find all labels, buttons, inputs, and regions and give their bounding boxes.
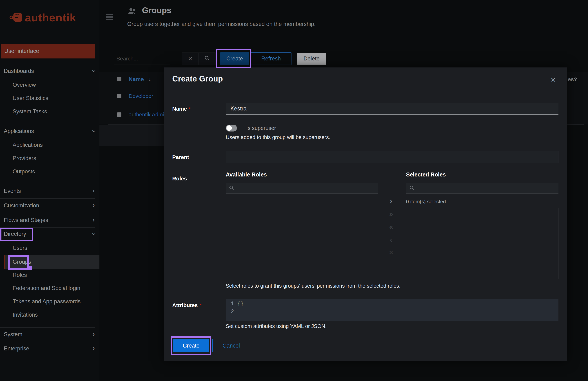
modal-cancel-button[interactable]: Cancel bbox=[212, 339, 250, 352]
transfer-remove-all-icon[interactable]: « bbox=[386, 222, 397, 232]
is-superuser-toggle[interactable] bbox=[226, 125, 237, 132]
toggle-knob bbox=[227, 125, 232, 131]
sidebar-item-users[interactable]: Users bbox=[0, 241, 99, 255]
name-input[interactable]: Kestra bbox=[226, 103, 558, 114]
brand-logo: authentik bbox=[9, 10, 76, 24]
select-all-checkbox[interactable] bbox=[117, 77, 121, 81]
sidebar-item-user-statistics[interactable]: User Statistics bbox=[0, 92, 99, 105]
app-root: authentik User interface Dashboards › Ov… bbox=[0, 0, 588, 381]
editor-code-content: {} bbox=[237, 301, 244, 307]
group-link-developer[interactable]: Developer bbox=[129, 93, 153, 99]
hamburger-menu-icon[interactable] bbox=[106, 14, 113, 15]
chevron-down-icon: › bbox=[87, 233, 100, 235]
annotation-tab-groups bbox=[27, 267, 32, 270]
sidebar-divider bbox=[0, 198, 95, 199]
hamburger-menu-icon[interactable] bbox=[106, 16, 113, 18]
roles-help-text: Select roles to grant this groups' users… bbox=[226, 283, 400, 289]
transfer-remove-icon[interactable]: ‹ bbox=[386, 235, 397, 245]
sidebar-item-enterprise[interactable]: Enterprise › bbox=[0, 342, 99, 355]
sidebar-item-overview[interactable]: Overview bbox=[0, 78, 99, 92]
search-button[interactable] bbox=[199, 53, 215, 65]
name-field-label: Name* bbox=[172, 103, 190, 114]
user-interface-banner-label: User interface bbox=[1, 44, 95, 58]
editor-line-number: 1 bbox=[229, 301, 234, 307]
search-icon bbox=[409, 185, 415, 191]
row-checkbox[interactable] bbox=[117, 113, 121, 117]
authentik-logo-icon bbox=[9, 10, 23, 24]
selected-roles-search-input[interactable] bbox=[406, 183, 558, 194]
selected-roles-title: Selected Roles bbox=[406, 171, 446, 178]
sidebar-item-customization[interactable]: Customization › bbox=[0, 199, 99, 212]
sidebar-item-roles[interactable]: Roles bbox=[0, 268, 99, 282]
superuser-help-text: Users added to this group will be superu… bbox=[226, 134, 330, 140]
annotation-box-directory bbox=[0, 228, 33, 241]
required-asterisk: * bbox=[200, 303, 201, 308]
sidebar-item-events[interactable]: Events › bbox=[0, 184, 99, 198]
roles-field-label: Roles bbox=[172, 173, 187, 184]
parent-select-value: --------- bbox=[226, 151, 558, 162]
sidebar-item-federation[interactable]: Federation and Social login bbox=[0, 282, 99, 295]
user-interface-banner[interactable]: User interface bbox=[1, 44, 95, 58]
sidebar-item-applications[interactable]: Applications › bbox=[0, 124, 99, 138]
page-title: Groups bbox=[142, 5, 171, 15]
chevron-right-icon: › bbox=[93, 213, 95, 227]
hamburger-menu-icon[interactable] bbox=[106, 19, 113, 20]
attributes-code-editor[interactable]: 1 2 {} bbox=[226, 299, 558, 321]
selected-count-text: 0 item(s) selected. bbox=[406, 199, 447, 205]
chevron-right-icon: › bbox=[93, 184, 95, 198]
modal-close-button[interactable]: ✕ bbox=[548, 75, 559, 85]
chevron-right-icon: › bbox=[93, 199, 95, 212]
required-asterisk: * bbox=[189, 106, 190, 112]
group-link-authentik-admins[interactable]: authentik Admin bbox=[129, 112, 167, 118]
parent-select[interactable]: --------- bbox=[226, 151, 558, 163]
delete-button[interactable]: Delete bbox=[297, 53, 326, 65]
sidebar-divider bbox=[0, 184, 95, 184]
close-icon: ✕ bbox=[550, 76, 556, 84]
selected-roles-listbox[interactable] bbox=[406, 208, 558, 279]
chevron-right-icon: › bbox=[93, 342, 95, 355]
sidebar-item-providers[interactable]: Providers bbox=[0, 152, 99, 165]
sidebar-item-applications-sub[interactable]: Applications bbox=[0, 138, 99, 152]
name-input-value: Kestra bbox=[226, 103, 558, 114]
chevron-right-icon: › bbox=[93, 328, 95, 341]
sort-descending-icon[interactable]: ↓ bbox=[148, 76, 151, 82]
transfer-clear-icon[interactable]: ✕ bbox=[386, 248, 397, 258]
sidebar-item-dashboards[interactable]: Dashboards › bbox=[0, 64, 99, 78]
chevron-down-icon: › bbox=[87, 70, 100, 72]
chevron-down-icon: › bbox=[87, 130, 100, 132]
annotation-box-groups bbox=[8, 255, 29, 270]
attributes-field-label: Attributes* bbox=[172, 300, 201, 311]
annotation-box-modal-create bbox=[171, 336, 211, 355]
modal-title: Create Group bbox=[172, 74, 223, 83]
page-subtitle: Group users together and give them permi… bbox=[127, 21, 316, 27]
sidebar-item-flows-and-stages[interactable]: Flows and Stages › bbox=[0, 213, 99, 227]
name-column-header[interactable]: Name bbox=[129, 76, 144, 83]
sidebar-item-outposts[interactable]: Outposts bbox=[0, 165, 99, 178]
sidebar: authentik User interface Dashboards › Ov… bbox=[0, 0, 99, 381]
sidebar-item-invitations[interactable]: Invitations bbox=[0, 308, 99, 322]
sidebar-divider bbox=[0, 356, 95, 356]
sidebar-item-system-tasks[interactable]: System Tasks bbox=[0, 105, 99, 118]
editor-line-number: 2 bbox=[229, 308, 234, 315]
close-icon: ✕ bbox=[188, 56, 192, 62]
available-roles-search-input[interactable] bbox=[226, 183, 378, 194]
transfer-add-icon[interactable]: › bbox=[386, 196, 397, 206]
is-superuser-label: Is superuser bbox=[246, 125, 276, 132]
create-group-modal: Create Group ✕ Name* Kestra Is superuser… bbox=[164, 67, 567, 361]
parent-field-label: Parent bbox=[172, 151, 189, 163]
superuser-column-header-clipped: es? bbox=[568, 76, 577, 82]
groups-page-icon bbox=[127, 6, 137, 17]
table-empty-band bbox=[99, 125, 164, 146]
search-icon bbox=[229, 185, 234, 191]
refresh-button[interactable]: Refresh bbox=[251, 52, 292, 65]
clear-search-button[interactable]: ✕ bbox=[182, 53, 199, 65]
transfer-add-all-icon[interactable]: » bbox=[386, 209, 397, 219]
sidebar-item-tokens[interactable]: Tokens and App passwords bbox=[0, 295, 99, 308]
search-icon bbox=[204, 55, 210, 62]
search-input[interactable] bbox=[114, 53, 170, 65]
row-checkbox[interactable] bbox=[117, 94, 121, 98]
sidebar-item-system[interactable]: System › bbox=[0, 328, 99, 341]
available-roles-listbox[interactable] bbox=[226, 208, 378, 279]
attributes-help-text: Set custom attributes using YAML or JSON… bbox=[226, 323, 327, 329]
sidebar-divider bbox=[0, 327, 95, 327]
